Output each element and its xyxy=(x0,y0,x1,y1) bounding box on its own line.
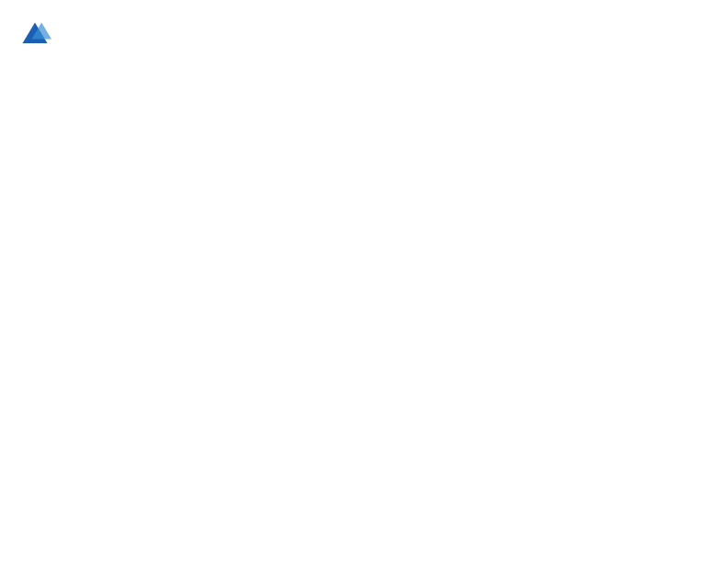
page-header xyxy=(18,18,710,52)
logo-icon xyxy=(18,18,51,52)
logo xyxy=(18,18,55,52)
